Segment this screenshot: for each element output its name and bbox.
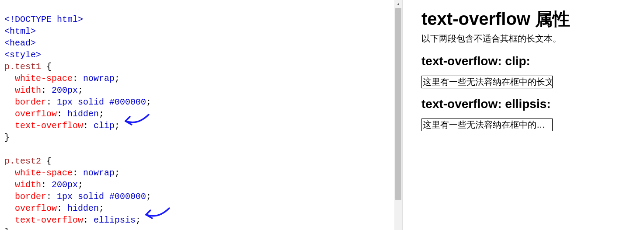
semicolon: ; xyxy=(146,192,151,202)
scroll-up-icon[interactable]: ▴ xyxy=(394,0,402,8)
colon: : xyxy=(73,73,78,84)
css-prop: white-space xyxy=(15,73,73,84)
brace: { xyxy=(46,62,52,72)
brace: } xyxy=(4,132,10,143)
css-value: hidden xyxy=(62,203,99,213)
css-value: clip xyxy=(88,121,115,131)
css-value: hidden xyxy=(62,109,99,119)
css-value: nowrap xyxy=(78,168,115,178)
semicolon: ; xyxy=(99,203,104,213)
css-prop: overflow xyxy=(15,109,57,119)
colon: : xyxy=(73,168,78,178)
css-prop: border xyxy=(15,192,46,202)
code-line: <html> xyxy=(4,26,36,36)
css-value: 200px xyxy=(46,85,78,95)
css-value: ellipsis xyxy=(88,215,136,225)
css-value: nowrap xyxy=(78,73,115,84)
semicolon: ; xyxy=(146,97,151,107)
brace: } xyxy=(4,227,10,230)
css-prop: text-overflow xyxy=(15,215,83,225)
css-selector: p.test2 xyxy=(4,156,46,166)
semicolon: ; xyxy=(115,73,120,84)
colon: : xyxy=(41,180,46,190)
css-selector: p.test1 xyxy=(4,62,46,72)
demo-box-ellipsis: 这里有一些无法容纳在框中的长文本 xyxy=(421,118,553,131)
css-prop: border xyxy=(15,97,46,107)
css-prop: overflow xyxy=(15,203,57,213)
colon: : xyxy=(46,97,52,107)
colon: : xyxy=(83,121,88,131)
page-title: text-overflow 属性 xyxy=(421,13,635,25)
preview-pane: text-overflow 属性 以下两段包含不适合其框的长文本。 text-o… xyxy=(413,0,644,230)
demo-box-clip: 这里有一些无法容纳在框中的长文本 xyxy=(421,76,553,88)
section-heading-clip: text-overflow: clip: xyxy=(421,55,635,67)
css-prop: white-space xyxy=(15,168,73,178)
css-value: 1px solid #000000 xyxy=(52,192,146,202)
css-prop: width xyxy=(15,180,41,190)
scrollbar-track[interactable]: ▴ xyxy=(394,0,402,230)
semicolon: ; xyxy=(136,215,141,225)
description-text: 以下两段包含不适合其框的长文本。 xyxy=(421,33,635,45)
css-value: 1px solid #000000 xyxy=(52,97,146,107)
pane-divider xyxy=(402,0,413,230)
semicolon: ; xyxy=(78,180,83,190)
code-block: <!DOCTYPE html> <html> <head> <style> p.… xyxy=(0,0,402,230)
code-line: <!DOCTYPE html> xyxy=(4,14,83,24)
css-prop: text-overflow xyxy=(15,121,83,131)
colon: : xyxy=(83,215,88,225)
brace: { xyxy=(46,156,52,166)
code-editor-pane: <!DOCTYPE html> <html> <head> <style> p.… xyxy=(0,0,402,230)
semicolon: ; xyxy=(99,109,104,119)
semicolon: ; xyxy=(78,85,83,95)
code-line: <style> xyxy=(4,50,41,60)
css-value: 200px xyxy=(46,180,78,190)
semicolon: ; xyxy=(115,121,120,131)
colon: : xyxy=(57,203,62,213)
css-prop: width xyxy=(15,85,41,95)
code-line: <head> xyxy=(4,38,36,48)
section-heading-ellipsis: text-overflow: ellipsis: xyxy=(421,98,635,110)
semicolon: ; xyxy=(115,168,120,178)
colon: : xyxy=(57,109,62,119)
scrollbar-thumb[interactable] xyxy=(395,8,401,200)
colon: : xyxy=(46,192,52,202)
colon: : xyxy=(41,85,46,95)
